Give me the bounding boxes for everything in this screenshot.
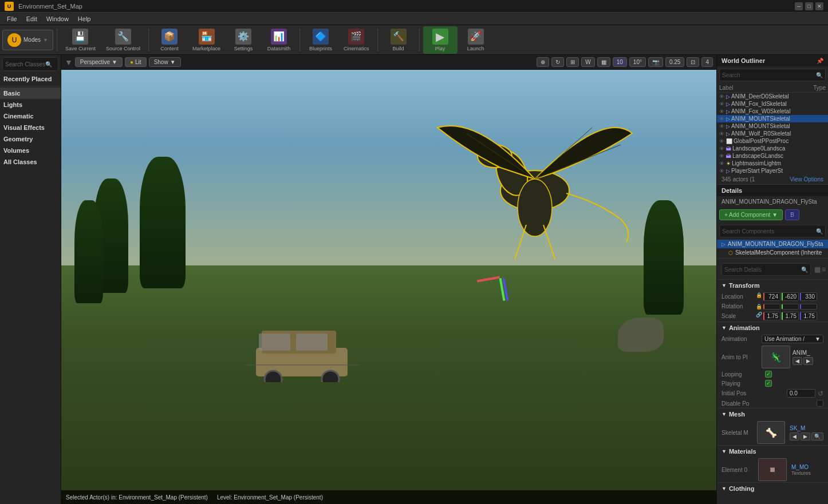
disable-pos-checkbox[interactable]	[817, 400, 823, 407]
outliner-item-global[interactable]: 👁 ⬜ GlobalPostPPostProc	[717, 137, 828, 145]
eye-icon-8[interactable]: 👁	[719, 146, 726, 152]
eye-icon[interactable]: 👁	[719, 94, 726, 100]
initial-pos-field[interactable]: 0.0	[787, 389, 815, 398]
outliner-item-landscape2[interactable]: 👁 🏔 LandscapeGLandsc	[717, 152, 828, 160]
eye-icon-4[interactable]: 👁	[719, 116, 726, 122]
all-classes-section[interactable]: All Classes	[0, 156, 61, 168]
cinematics-button[interactable]: 🎬 Cinematics	[339, 26, 374, 54]
modes-button[interactable]: U Modes ▼	[2, 30, 53, 50]
eye-icon-2[interactable]: 👁	[719, 101, 726, 107]
rotation-x[interactable]	[763, 304, 780, 309]
vp-fov-btn[interactable]: 10°	[629, 57, 646, 67]
viewport-toggle[interactable]: ▼	[65, 58, 73, 67]
outliner-item-mount[interactable]: 👁 ▷ ANIM_MOUNTSkeletal	[717, 122, 828, 130]
search-components-input[interactable]: Search Components 🔍	[719, 225, 826, 237]
outliner-item-wolf[interactable]: 👁 ▷ ANIM_Wolf_R0Skeletal	[717, 130, 828, 137]
content-button[interactable]: 📦 Content	[152, 26, 187, 54]
mesh-search-btn[interactable]: 🔍	[811, 432, 823, 440]
outliner-item-landscape[interactable]: 👁 🏔 Landscape0Landsca	[717, 145, 828, 152]
vp-rotate-btn[interactable]: ↻	[551, 57, 564, 67]
visual-effects-section[interactable]: Visual Effects	[0, 122, 61, 133]
save-current-button[interactable]: 💾 Save Current	[61, 26, 100, 54]
build-button[interactable]: 🔨 Build	[381, 26, 416, 54]
component-item-skeletal[interactable]: ⬡ SkeletalMeshComponent (Inherite	[717, 248, 828, 257]
cinematic-section[interactable]: Cinematic	[0, 110, 61, 122]
viewport[interactable]: Selected Actor(s) in: Environment_Set_Ma…	[61, 70, 716, 504]
search-classes-input[interactable]: Search Classes 🔍	[2, 57, 58, 71]
datasmith-button[interactable]: 📊 Datasmith	[262, 26, 296, 54]
play-button[interactable]: ▶ Play	[423, 26, 458, 54]
location-z[interactable]: 330	[800, 292, 817, 301]
outliner-item-lightmass[interactable]: 👁 ☀ LightmassimLightm	[717, 160, 828, 167]
vp-grid-btn[interactable]: ▦	[597, 57, 610, 67]
vp-world-btn[interactable]: W	[581, 57, 594, 67]
launch-button[interactable]: 🚀 Launch	[459, 26, 493, 54]
outliner-pin-icon[interactable]: 📌	[817, 58, 823, 64]
mesh-section-header[interactable]: ▼ Mesh	[717, 408, 828, 420]
anim-fwd-btn[interactable]: ▶	[803, 357, 813, 365]
eye-icon-9[interactable]: 👁	[719, 153, 726, 159]
anim-back-btn[interactable]: ◀	[792, 357, 802, 365]
recently-placed-section[interactable]: Recently Placed	[0, 73, 61, 85]
eye-icon-6[interactable]: 👁	[719, 131, 726, 137]
geometry-section[interactable]: Geometry	[0, 133, 61, 145]
vp-maximize-btn[interactable]: ⊡	[687, 57, 699, 67]
close-btn[interactable]: ✕	[815, 2, 823, 10]
scale-y[interactable]: 1.75	[782, 312, 799, 320]
clothing-section-header[interactable]: ▼ Clothing	[717, 482, 828, 494]
b-button[interactable]: B	[785, 209, 799, 220]
menu-edit[interactable]: Edit	[22, 14, 42, 23]
maximize-btn[interactable]: □	[805, 2, 813, 10]
playing-checkbox[interactable]	[765, 380, 772, 387]
blueprints-button[interactable]: 🔷 Blueprints	[303, 26, 338, 54]
source-control-button[interactable]: 🔧 Source Control	[101, 26, 145, 54]
vp-info-btn[interactable]: 4	[701, 57, 713, 67]
outliner-item-player[interactable]: 👁 ▷ PlayerStart PlayerSt	[717, 167, 828, 174]
eye-icon-5[interactable]: 👁	[719, 124, 726, 129]
rot-lock-icon[interactable]: 🔒	[756, 304, 762, 309]
location-x[interactable]: 724	[763, 292, 780, 301]
outliner-search-input[interactable]: Search 🔍	[719, 69, 826, 81]
scale-x[interactable]: 1.75	[763, 312, 780, 320]
minimize-btn[interactable]: ─	[795, 2, 803, 10]
outliner-item-deer[interactable]: 👁 ▷ ANIM_DeerD0Skeletal	[717, 93, 828, 100]
location-y[interactable]: -620	[782, 292, 799, 301]
add-component-button[interactable]: + Add Component ▼	[719, 209, 783, 220]
eye-icon-3[interactable]: 👁	[719, 109, 726, 114]
scale-lock-icon[interactable]: 🔗	[756, 312, 762, 320]
materials-section-header[interactable]: ▼ Materials	[717, 445, 828, 457]
mesh-fwd-btn[interactable]: ▶	[801, 432, 810, 440]
mesh-back-btn[interactable]: ◀	[790, 432, 799, 440]
show-button[interactable]: Show ▼	[149, 57, 181, 67]
eye-icon-11[interactable]: 👁	[719, 168, 726, 174]
eye-icon-10[interactable]: 👁	[719, 161, 726, 166]
lit-button[interactable]: ● Lit	[125, 57, 147, 67]
vp-snap-btn[interactable]: 10	[613, 57, 627, 67]
transform-section-header[interactable]: ▼ Transform	[717, 279, 828, 291]
scale-z[interactable]: 1.75	[800, 312, 817, 320]
eye-icon-7[interactable]: 👁	[719, 138, 726, 144]
outliner-item-mount-selected[interactable]: 👁 ▷ ANIM_MOUNTSkeletal	[717, 115, 828, 122]
menu-help[interactable]: Help	[73, 14, 96, 23]
lights-section[interactable]: Lights	[0, 99, 61, 110]
menu-file[interactable]: File	[2, 14, 22, 23]
vp-camera-icon[interactable]: 📷	[648, 57, 663, 67]
anim-mode-dropdown[interactable]: Use Animation / ▼	[762, 335, 823, 343]
rotation-z[interactable]	[800, 304, 817, 309]
vp-translate-btn[interactable]: ⊕	[537, 57, 549, 67]
animation-section-header[interactable]: ▼ Animation	[717, 322, 828, 334]
loc-lock-icon[interactable]: 🔒	[756, 292, 762, 301]
volumes-section[interactable]: Volumes	[0, 145, 61, 156]
basic-section[interactable]: Basic	[0, 88, 61, 99]
det-grid-icon[interactable]: ▦	[814, 265, 821, 273]
view-options-btn[interactable]: View Options	[790, 176, 823, 182]
perspective-button[interactable]: Perspective ▼	[75, 57, 123, 67]
looping-checkbox[interactable]	[765, 371, 772, 378]
window-controls[interactable]: ─ □ ✕	[795, 2, 823, 10]
rotation-y[interactable]	[782, 304, 799, 309]
outliner-item-fox-w[interactable]: 👁 ▷ ANIM_Fox_W0Skeletal	[717, 108, 828, 115]
search-details-input[interactable]: Search Details 🔍	[721, 263, 811, 276]
menu-window[interactable]: Window	[42, 14, 73, 23]
vp-speed-btn[interactable]: 0.25	[665, 57, 684, 67]
outliner-item-fox-id[interactable]: 👁 ▷ ANIM_Fox_IdSkeletal	[717, 100, 828, 108]
